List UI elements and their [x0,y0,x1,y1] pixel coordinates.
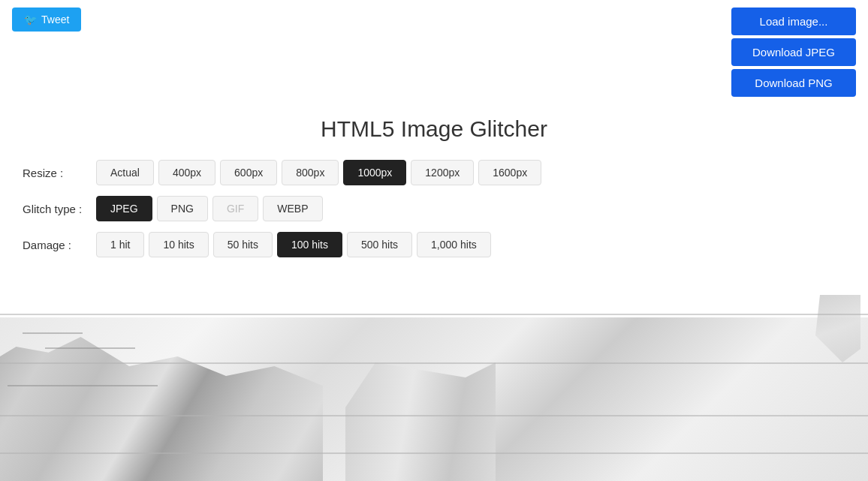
top-bar: Tweet Load image... Download JPEG Downlo… [0,0,868,104]
damage-label: Damage : [23,239,90,251]
glitch-line-3 [0,415,868,416]
tweet-button[interactable]: Tweet [12,8,81,32]
damage-10hits[interactable]: 10 hits [149,232,208,257]
resize-1000px[interactable]: 1000px [343,160,406,185]
damage-100hits[interactable]: 100 hits [277,232,342,257]
damage-1000hits[interactable]: 1,000 hits [417,232,491,257]
glitch-line-4 [0,452,868,454]
damage-row: Damage : 1 hit 10 hits 50 hits 100 hits … [23,232,845,257]
glitch-type-label: Glitch type : [23,203,90,215]
resize-1200px[interactable]: 1200px [411,160,474,185]
twitter-bird-icon [24,14,37,26]
canvas-area [0,272,868,481]
resize-600px[interactable]: 600px [220,160,277,185]
fragment-1 [23,332,83,334]
right-buttons: Load image... Download JPEG Download PNG [731,8,856,97]
glitch-main-right [345,362,496,481]
glitch-image-display [0,272,868,481]
resize-actual[interactable]: Actual [96,160,154,185]
damage-500hits[interactable]: 500 hits [347,232,412,257]
glitch-type-row: Glitch type : JPEG PNG GIF WEBP [23,196,845,221]
resize-800px[interactable]: 800px [282,160,339,185]
resize-options: Actual 400px 600px 800px 1000px 1200px 1… [96,160,541,185]
resize-400px[interactable]: 400px [158,160,215,185]
damage-50hits[interactable]: 50 hits [213,232,273,257]
damage-options: 1 hit 10 hits 50 hits 100 hits 500 hits … [96,232,491,257]
fragment-2 [45,347,135,349]
glitch-line-1 [0,314,868,315]
glitch-jpeg[interactable]: JPEG [96,196,152,221]
page-title: HTML5 Image Glitcher [0,116,868,142]
title-area: HTML5 Image Glitcher [0,104,868,160]
download-png-button[interactable]: Download PNG [731,69,856,97]
resize-row: Resize : Actual 400px 600px 800px 1000px… [23,160,845,185]
glitch-webp[interactable]: WEBP [263,196,322,221]
tweet-label: Tweet [41,14,69,26]
load-image-button[interactable]: Load image... [731,8,856,35]
glitch-gif[interactable]: GIF [212,196,258,221]
damage-1hit[interactable]: 1 hit [96,232,144,257]
glitch-type-options: JPEG PNG GIF WEBP [96,196,323,221]
fragment-3 [8,385,158,386]
resize-label: Resize : [23,167,90,179]
glitch-line-2 [0,362,868,364]
resize-1600px[interactable]: 1600px [478,160,541,185]
controls: Resize : Actual 400px 600px 800px 1000px… [0,160,868,257]
glitch-png[interactable]: PNG [157,196,208,221]
download-jpeg-button[interactable]: Download JPEG [731,38,856,66]
